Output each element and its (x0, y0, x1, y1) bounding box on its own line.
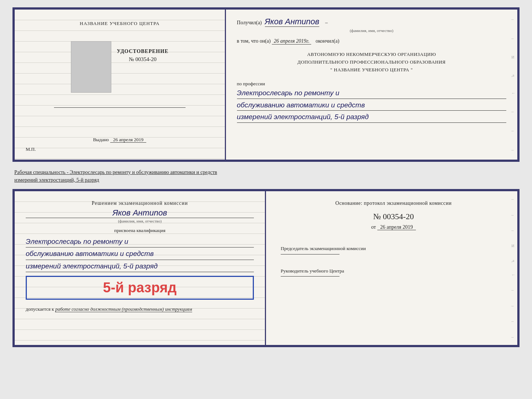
bottom-cert-left: Решением экзаменационной комиссии Яков А… (15, 191, 266, 345)
razryad-badge: 5-й разряд (26, 276, 254, 300)
po-professii: по профессии (237, 81, 506, 87)
org-name-top: НАЗВАНИЕ УЧЕБНОГО ЦЕНТРА (80, 21, 159, 26)
bottom-cert-right: Основание: протокол экзаменационной коми… (266, 191, 517, 345)
head-sig-line (281, 276, 339, 277)
qual-text-1: Электрослесарь по ремонту и (26, 236, 254, 247)
dopuskaetsya: допускается к работе согласно должностны… (26, 306, 254, 312)
udostoverenie-title: УДОСТОВЕРЕНИЕ (117, 49, 168, 54)
chairman-sig-line (281, 254, 339, 254)
recipient-row: Получил(а) Яков Антипов – (237, 17, 506, 28)
document-wrapper: НАЗВАНИЕ УЧЕБНОГО ЦЕНТРА УДОСТОВЕРЕНИЕ №… (12, 7, 520, 347)
photo-placeholder (71, 41, 111, 93)
issued-line: Выдано 26 апреля 2019 (93, 137, 146, 143)
chairman-block: Председатель экзаменационной комиссии (281, 245, 506, 260)
bottom-right-deco: – – – И ,а ← – – – – (511, 191, 515, 345)
prisvoena-label: присвоена квалификация (26, 228, 254, 234)
ot-date: от 26 апреля 2019 (281, 224, 506, 230)
bottom-certificate-spread: Решением экзаменационной комиссии Яков А… (12, 189, 520, 347)
top-cert-left: НАЗВАНИЕ УЧЕБНОГО ЦЕНТРА УДОСТОВЕРЕНИЕ №… (15, 10, 226, 160)
protocol-num: № 00354-20 (281, 212, 506, 221)
decision-text: Решением экзаменационной комиссии (26, 200, 254, 206)
right-side-deco: – – И ,а ← – – – (511, 10, 515, 160)
org-block: АВТОНОМНУЮ НЕКОММЕРЧЕСКУЮ ОРГАНИЗАЦИЮ ДО… (237, 51, 506, 74)
assignee-fio-label: (фамилия, имя, отчество) (26, 219, 254, 223)
head-block: Руководитель учебного Центра (281, 267, 506, 282)
qual-text-2: обслуживанию автоматики и средств (26, 248, 254, 260)
top-cert-right: Получил(а) Яков Антипов – (фамилия, имя,… (226, 10, 517, 160)
osnovanie: Основание: протокол экзаменационной коми… (281, 200, 506, 206)
specialty-text: Рабочая специальность - Электрослесарь п… (12, 165, 520, 185)
profession-text-2: обслуживанию автоматики и средств (237, 100, 506, 111)
profession-text-3: измерений электростанций, 5-й разряд (237, 112, 506, 123)
cert-number: № 00354-20 (129, 56, 157, 63)
qual-text-3: измерений электростанций, 5-й разряд (26, 261, 254, 272)
top-certificate-spread: НАЗВАНИЕ УЧЕБНОГО ЦЕНТРА УДОСТОВЕРЕНИЕ №… (12, 7, 520, 162)
razryad-num: 5-й разряд (32, 280, 247, 296)
assignee-name: Яков Антипов (26, 208, 254, 218)
profession-text-1: Электрослесарь по ремонту и (237, 88, 506, 99)
vtom-line: в том, что он(а) 26 апреля 2019г. окончи… (237, 38, 506, 44)
mp-line: М.П. (26, 146, 36, 152)
